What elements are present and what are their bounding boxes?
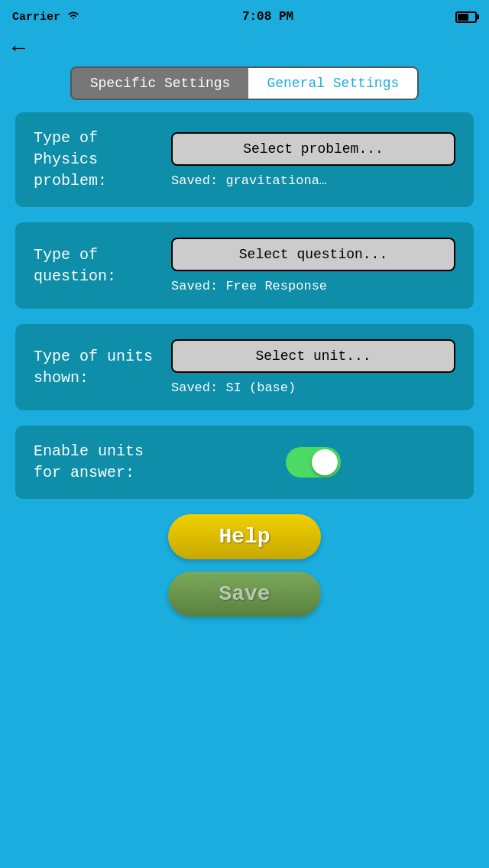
select-unit-button[interactable]: Select unit...	[171, 339, 455, 373]
units-type-label: Type of units shown:	[34, 346, 156, 389]
status-bar: Carrier 7:08 PM	[0, 0, 489, 34]
carrier-text: Carrier	[12, 11, 60, 24]
units-type-card: Type of units shown: Select unit... Save…	[15, 324, 474, 410]
battery-container	[455, 11, 477, 23]
physics-problem-controls: Select problem... Saved: gravitationa…	[171, 132, 455, 188]
toggle-knob	[312, 449, 338, 475]
enable-units-controls	[171, 447, 455, 478]
units-type-saved: Saved: SI (base)	[171, 381, 455, 395]
question-type-label: Type of question:	[34, 245, 156, 287]
back-arrow-icon: ←	[12, 37, 25, 60]
units-type-controls: Select unit... Saved: SI (base)	[171, 339, 455, 395]
battery-fill	[458, 14, 468, 21]
carrier-label: Carrier	[12, 10, 80, 24]
toggle-container	[171, 447, 455, 478]
back-button[interactable]: ←	[0, 34, 489, 66]
physics-problem-card: Type of Physics problem: Select problem.…	[15, 112, 474, 207]
select-question-button[interactable]: Select question...	[171, 238, 455, 271]
question-type-card: Type of question: Select question... Sav…	[15, 222, 474, 309]
tab-bar: Specific Settings General Settings	[61, 66, 428, 100]
question-type-saved: Saved: Free Response	[171, 279, 455, 293]
save-button[interactable]: Save	[168, 572, 321, 617]
enable-units-label: Enable units for answer:	[34, 441, 156, 484]
question-type-controls: Select question... Saved: Free Response	[171, 238, 455, 293]
enable-units-card: Enable units for answer:	[15, 426, 474, 499]
status-time: 7:08 PM	[242, 10, 293, 24]
help-button[interactable]: Help	[168, 514, 321, 559]
tab-specific-settings[interactable]: Specific Settings	[72, 68, 249, 99]
tab-bar-inner: Specific Settings General Settings	[70, 66, 419, 100]
physics-problem-saved: Saved: gravitationa…	[171, 173, 455, 188]
tab-general-settings[interactable]: General Settings	[248, 68, 417, 99]
battery-icon	[455, 11, 477, 23]
wifi-icon	[66, 10, 80, 24]
physics-problem-label: Type of Physics problem:	[34, 128, 156, 192]
select-problem-button[interactable]: Select problem...	[171, 132, 455, 166]
enable-units-toggle[interactable]	[286, 447, 341, 478]
